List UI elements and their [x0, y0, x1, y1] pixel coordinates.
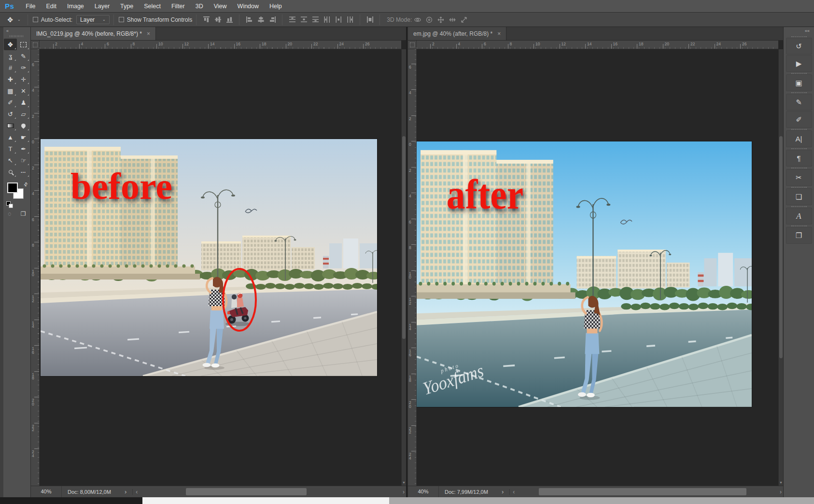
3d-roll-icon[interactable] — [423, 15, 435, 25]
3d-panel-button[interactable]: ▣ — [786, 74, 812, 91]
tool-presets-panel-button[interactable]: ✂ — [786, 169, 812, 186]
status-chevron-icon[interactable]: › — [125, 490, 126, 494]
align-vertical-centers-icon[interactable] — [212, 15, 224, 25]
scrollbar-down-arrow-icon[interactable]: ▼ — [402, 481, 406, 484]
auto-select-layer-dropdown[interactable]: Layer⌄ — [76, 15, 110, 24]
horizontal-scrollbar[interactable]: ‹› — [510, 486, 783, 497]
status-chevron-icon[interactable]: › — [502, 490, 504, 494]
distribute-spacing-icon[interactable] — [364, 15, 376, 25]
distribute-top-edges-icon[interactable] — [286, 15, 298, 25]
tool-preset-caret-icon[interactable]: ⌄ — [17, 17, 21, 22]
libraries-panel-button[interactable]: ❐ — [786, 227, 812, 244]
healing-brush-tool[interactable]: ✛ — [17, 73, 30, 85]
3d-orbit-icon[interactable] — [412, 15, 423, 25]
content-aware-move-tool[interactable]: ✕ — [17, 85, 30, 97]
distribute-left-edges-icon[interactable] — [321, 15, 333, 25]
tools-panel-collapse[interactable]: « — [3, 27, 30, 35]
align-left-edges-icon[interactable] — [243, 15, 255, 25]
document-tab-before[interactable]: IMG_0219.jpg @ 40% (before, RGB/8*) *× — [31, 27, 156, 40]
document-tab-after[interactable]: em.jpg @ 40% (after, RGB/8) *× — [408, 27, 506, 40]
default-colors-icon[interactable] — [6, 201, 11, 206]
type-tool[interactable]: T — [4, 143, 17, 154]
tab-close-icon[interactable]: × — [497, 30, 501, 37]
3d-slide-icon[interactable] — [447, 15, 458, 25]
zoom-tool[interactable] — [4, 166, 17, 178]
distribute-bottom-edges-icon[interactable] — [309, 15, 321, 25]
horizontal-scrollbar-thumb[interactable] — [539, 488, 746, 495]
foreground-color-swatch[interactable] — [7, 182, 18, 193]
ruler-origin-box[interactable] — [31, 41, 40, 49]
align-right-edges-icon[interactable] — [267, 15, 278, 25]
screen-mode-button[interactable]: ❐ — [21, 210, 26, 217]
eraser-tool[interactable]: ▱ — [17, 108, 30, 120]
move-tool[interactable]: ✥ — [4, 39, 17, 50]
menu-item-file[interactable]: File — [20, 0, 41, 12]
menu-item-edit[interactable]: Edit — [41, 0, 62, 12]
clone-source-panel-button[interactable]: ✐ — [786, 111, 812, 128]
scrollbar-left-arrow-icon[interactable]: ‹ — [136, 489, 138, 495]
quick-mask-button[interactable]: ◌ — [8, 210, 12, 217]
path-selection-tool[interactable]: ↖ — [4, 154, 17, 166]
eyedropper-tool[interactable]: ✑ — [17, 62, 30, 73]
vertical-scrollbar-thumb[interactable] — [779, 136, 783, 358]
vertical-scrollbar[interactable]: ▼ — [778, 49, 783, 486]
scrollbar-down-arrow-icon[interactable]: ▼ — [779, 481, 783, 484]
gradient-tool[interactable] — [4, 120, 17, 131]
history-brush-tool[interactable]: ↺ — [4, 108, 17, 120]
crop-tool[interactable]: # — [4, 62, 17, 73]
lasso-tool[interactable]: ʓ — [4, 50, 17, 62]
paragraph-panel-button[interactable]: ¶ — [786, 150, 812, 167]
history-panel-button[interactable]: ↺ — [786, 38, 812, 55]
scrollbar-right-arrow-icon[interactable]: › — [780, 489, 782, 495]
ruler-origin-box[interactable] — [408, 41, 417, 49]
document-viewport-before[interactable]: before — [40, 49, 401, 486]
blur-tool[interactable] — [17, 120, 30, 131]
menu-item-filter[interactable]: Filter — [166, 0, 190, 12]
vertical-scrollbar[interactable]: ▼ — [401, 49, 406, 486]
brush-settings-panel-button[interactable]: ✎ — [786, 94, 812, 111]
glyphs-panel-button[interactable]: A — [786, 208, 812, 224]
3d-scale-icon[interactable] — [458, 15, 470, 25]
menu-item-help[interactable]: Help — [264, 0, 287, 12]
hand-tool[interactable]: ☞ — [17, 154, 30, 166]
tab-close-icon[interactable]: × — [147, 30, 150, 37]
menu-item-view[interactable]: View — [209, 0, 232, 12]
panel-dock-collapse[interactable]: «« — [784, 27, 814, 35]
smudge-tool[interactable]: ☛ — [17, 131, 30, 143]
patch-tool[interactable]: ▩ — [4, 85, 17, 97]
zoom-level-field[interactable]: 40% — [31, 486, 62, 497]
distribute-right-edges-icon[interactable] — [344, 15, 356, 25]
document-viewport-after[interactable]: after photo Yooxfams — [417, 49, 778, 486]
brush-tool[interactable]: ✐ — [4, 97, 17, 108]
swap-colors-icon[interactable]: ⇄ — [22, 181, 29, 188]
zoom-level-field[interactable]: 40% — [408, 486, 439, 497]
current-tool-icon[interactable]: ✥ — [4, 16, 16, 24]
clone-stamp-tool[interactable]: ♟ — [17, 97, 30, 108]
align-top-edges-icon[interactable] — [200, 15, 212, 25]
panel-edge-grip[interactable] — [0, 27, 3, 497]
horizontal-scrollbar[interactable]: ‹› — [133, 486, 406, 497]
quick-selection-tool[interactable]: ✎ — [17, 50, 30, 62]
rectangular-marquee-tool[interactable] — [17, 39, 30, 50]
menu-item-layer[interactable]: Layer — [89, 0, 115, 12]
3d-pan-icon[interactable] — [435, 15, 447, 25]
scrollbar-right-arrow-icon[interactable]: › — [403, 489, 405, 495]
vertical-scrollbar-thumb[interactable] — [402, 136, 406, 339]
spot-healing-brush-tool[interactable]: ✚ — [4, 73, 17, 85]
edit-toolbar[interactable]: ••• — [17, 166, 30, 178]
menu-item-select[interactable]: Select — [139, 0, 166, 12]
align-horizontal-centers-icon[interactable] — [255, 15, 267, 25]
show-transform-checkbox[interactable] — [119, 17, 124, 22]
actions-panel-button[interactable]: ▶ — [786, 55, 812, 72]
sharpen-tool[interactable]: ▲ — [4, 131, 17, 143]
menu-item-image[interactable]: Image — [62, 0, 89, 12]
align-bottom-edges-icon[interactable] — [224, 15, 235, 25]
menu-item-type[interactable]: Type — [115, 0, 139, 12]
menu-item-window[interactable]: Window — [232, 0, 264, 12]
scrollbar-left-arrow-icon[interactable]: ‹ — [513, 489, 515, 495]
notes-panel-button[interactable]: ❏ — [786, 188, 812, 205]
distribute-vertical-centers-icon[interactable] — [298, 15, 309, 25]
auto-select-checkbox[interactable] — [33, 17, 38, 22]
menu-item-3d[interactable]: 3D — [190, 0, 209, 12]
character-panel-button[interactable]: A| — [786, 130, 812, 147]
